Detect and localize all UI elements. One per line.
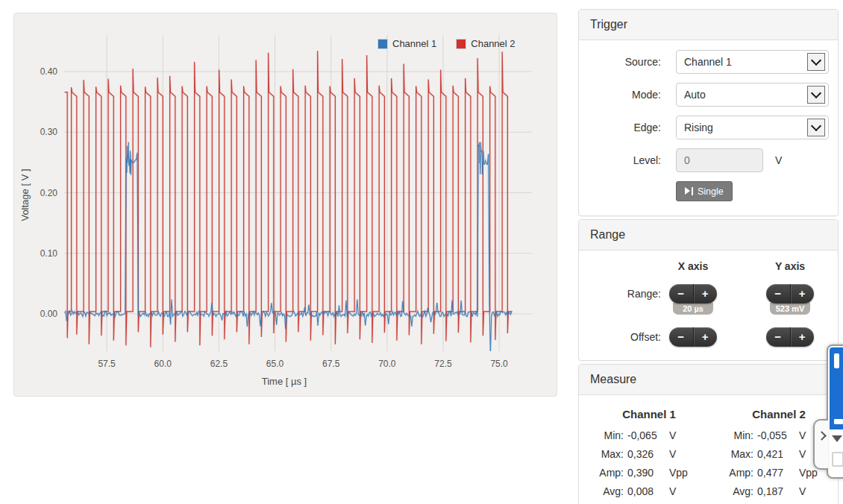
y-offset-increase-button[interactable]: +: [790, 327, 815, 347]
x-tick-label: 67.5: [322, 359, 340, 369]
x-tick-label: 62.5: [210, 359, 228, 369]
chevron-down-icon: [811, 121, 821, 131]
y-tick-label: 0.00: [40, 309, 58, 319]
document-icon[interactable]: [832, 452, 843, 467]
legend-label: Channel 2: [471, 38, 515, 49]
trigger-edge-label: Edge:: [579, 122, 661, 133]
trigger-source-label: Source:: [579, 56, 661, 68]
channel-1-measurements: Channel 1Min:-0,065VMax:0,326VAmp:0,390V…: [589, 408, 709, 501]
trigger-edge-select[interactable]: Rising: [676, 116, 829, 139]
y-tick-label: 0.30: [40, 127, 58, 137]
trigger-edge-value: Rising: [684, 122, 713, 133]
x-offset-increase-button[interactable]: +: [693, 327, 718, 347]
x-offset-stepper: −+: [669, 327, 717, 347]
trigger-level-label: Level:: [579, 154, 661, 166]
x-range-increase-button[interactable]: +: [693, 284, 718, 303]
legend-swatch-icon: [456, 39, 466, 49]
measurement-key: Min:: [719, 426, 753, 445]
trigger-level-input[interactable]: 0: [676, 148, 763, 172]
range-panel: Range X axis Y axis Range: Offset: −+20 …: [578, 219, 839, 361]
y-range-decrease-button[interactable]: −: [766, 284, 790, 303]
y-offset-stepper: −+: [766, 327, 814, 347]
measurement-row: Amp:0,390Vpp: [589, 464, 709, 482]
measurement-value: 0,008: [624, 482, 669, 501]
flyout-glyph-icon: [834, 419, 843, 424]
legend-label: Channel 1: [392, 38, 436, 49]
measurement-key: Max:: [719, 445, 753, 464]
trigger-source-select[interactable]: Channel 1: [676, 50, 829, 74]
dropdown-arrow-button[interactable]: [807, 119, 825, 136]
measurement-value: 0,187: [753, 482, 799, 501]
flyout-blue-button[interactable]: [830, 347, 843, 429]
measurement-value: 0,390: [624, 464, 669, 482]
x-range-value-badge: 20 µs: [673, 302, 713, 315]
trigger-mode-select[interactable]: Auto: [676, 83, 829, 107]
measurement-unit: V: [669, 445, 676, 464]
x-tick-label: 75.0: [490, 359, 508, 369]
x-range-decrease-button[interactable]: −: [669, 284, 693, 303]
measurement-value: -0,065: [624, 426, 669, 445]
trigger-panel: Trigger Source: Channel 1 Mode: Auto Edg…: [578, 9, 839, 216]
chevron-down-icon: [811, 88, 821, 98]
legend-swatch-icon: [377, 39, 388, 49]
legend-item-channel-2: Channel 2: [456, 38, 515, 49]
measure-panel-title: Measure: [579, 365, 838, 395]
legend-item-channel-1: Channel 1: [377, 38, 436, 49]
single-button-label: Single: [698, 186, 724, 197]
x-axis-title: Time [ µs ]: [202, 376, 366, 387]
measurement-key: Amp:: [589, 464, 624, 482]
flyout-glyph-icon: [834, 353, 839, 368]
y-range-value-badge: 523 mV: [770, 302, 810, 315]
measurement-unit: V: [799, 426, 806, 445]
chevron-down-icon: [811, 55, 821, 66]
trigger-mode-value: Auto: [684, 89, 706, 101]
measurement-key: Max:: [589, 445, 624, 464]
x-tick-label: 70.0: [378, 359, 396, 369]
x-tick-label: 57.5: [98, 359, 116, 369]
flyout-widget-card[interactable]: [827, 344, 843, 479]
trigger-mode-label: Mode:: [579, 89, 661, 101]
measurement-value: 0,326: [624, 445, 669, 464]
range-panel-title: Range: [579, 220, 838, 251]
measurement-unit: Vpp: [669, 464, 688, 482]
flyout-collapse-tab[interactable]: [813, 419, 828, 470]
oscilloscope-plot-panel: 0.000.100.200.300.4057.560.062.565.067.5…: [13, 13, 557, 397]
chevron-right-icon: [817, 431, 827, 441]
measure-panel: Measure Channel 1Min:-0,065VMax:0,326VAm…: [578, 364, 839, 504]
y-range-increase-button[interactable]: +: [790, 284, 815, 303]
y-offset-decrease-button[interactable]: −: [766, 327, 790, 347]
x-offset-decrease-button[interactable]: −: [669, 327, 693, 347]
waveform-glow: [65, 142, 512, 353]
waveform-plot-area[interactable]: 0.000.100.200.300.4057.560.062.565.067.5…: [14, 13, 557, 396]
trigger-panel-title: Trigger: [579, 10, 838, 40]
x-offset-stepper-group: −+: [648, 327, 738, 347]
y-tick-label: 0.20: [40, 188, 58, 198]
x-axis-column-header: X axis: [648, 260, 738, 272]
measurement-value: 0,477: [753, 464, 799, 482]
x-range-stepper-group: −+20 µs: [648, 284, 738, 315]
y-range-stepper: −+: [766, 284, 814, 303]
single-capture-button[interactable]: Single: [676, 181, 733, 201]
x-tick-label: 65.0: [266, 359, 284, 369]
measurement-value: -0,055: [753, 426, 799, 445]
y-range-stepper-group: −+523 mV: [745, 284, 835, 315]
x-tick-label: 72.5: [434, 359, 452, 369]
caret-down-icon[interactable]: [832, 435, 842, 442]
measurement-unit: V: [799, 445, 806, 464]
x-tick-label: 60.0: [154, 359, 172, 369]
trigger-source-value: Channel 1: [684, 56, 732, 68]
x-range-stepper: −+: [669, 284, 717, 303]
dropdown-arrow-button[interactable]: [807, 53, 825, 71]
y-tick-label: 0.10: [40, 248, 58, 259]
y-axis-column-header: Y axis: [745, 260, 835, 272]
measurement-unit: V: [669, 482, 676, 501]
y-tick-label: 0.40: [40, 66, 58, 77]
measurement-row: Avg:0,008V: [589, 482, 709, 501]
measurement-value: 0,421: [753, 445, 799, 464]
measurement-row: Min:-0,065V: [589, 426, 709, 445]
trigger-level-unit: V: [775, 154, 782, 166]
y-offset-stepper-group: −+: [745, 327, 835, 347]
measurement-row: Avg:0,187V: [719, 482, 839, 501]
dropdown-arrow-button[interactable]: [807, 86, 825, 104]
measurement-unit: V: [669, 426, 676, 445]
